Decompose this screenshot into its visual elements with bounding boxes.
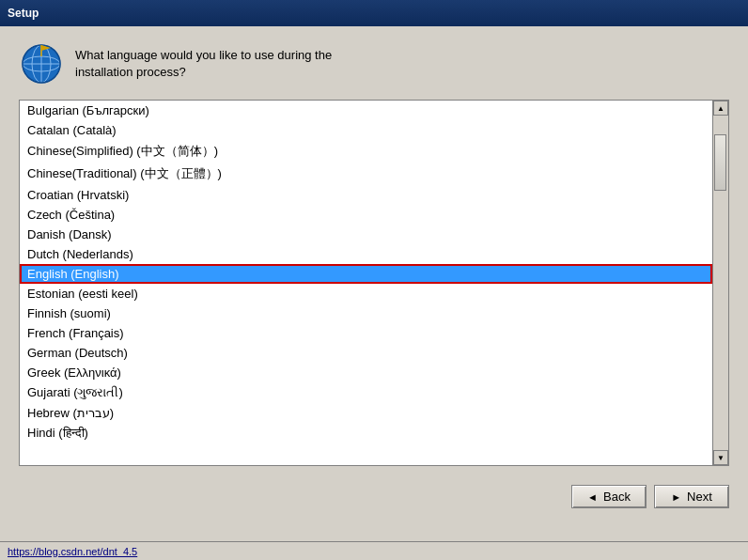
language-list[interactable]: Bulgarian (Български)Catalan (Català)Chi… bbox=[20, 101, 712, 465]
scrollbar: ▲ ▼ bbox=[712, 101, 728, 465]
language-item-french[interactable]: French (Français) bbox=[20, 323, 712, 343]
next-icon: ► bbox=[671, 491, 681, 503]
language-item-dutch[interactable]: Dutch (Nederlands) bbox=[20, 244, 712, 264]
language-item-greek[interactable]: Greek (Ελληνικά) bbox=[20, 363, 712, 382]
language-item-hindi[interactable]: Hindi (हिन्दी) bbox=[20, 423, 712, 443]
scroll-down-button[interactable]: ▼ bbox=[713, 450, 728, 465]
scroll-track[interactable] bbox=[713, 116, 728, 450]
language-item-catalan[interactable]: Catalan (Català) bbox=[20, 120, 712, 140]
footer-section: ◄ Back ► Next bbox=[19, 477, 729, 508]
globe-icon bbox=[19, 41, 64, 86]
language-item-finnish[interactable]: Finnish (suomi) bbox=[20, 303, 712, 323]
title-bar: Setup bbox=[0, 0, 748, 26]
status-bar: https://blog.csdn.net/dnt_4.5 bbox=[0, 541, 748, 560]
title-bar-text: Setup bbox=[8, 7, 39, 20]
language-item-estonian[interactable]: Estonian (eesti keel) bbox=[20, 284, 712, 303]
language-item-croatian[interactable]: Croatian (Hrvatski) bbox=[20, 185, 712, 205]
language-item-gujarati[interactable]: Gujarati (ગુજરાતી) bbox=[20, 382, 712, 403]
main-content: What language would you like to use duri… bbox=[0, 26, 748, 523]
language-item-english[interactable]: English (English) bbox=[20, 264, 712, 284]
language-item-danish[interactable]: Danish (Dansk) bbox=[20, 225, 712, 244]
language-item-german[interactable]: German (Deutsch) bbox=[20, 343, 712, 363]
next-label: Next bbox=[687, 490, 712, 504]
language-item-czech[interactable]: Czech (Čeština) bbox=[20, 205, 712, 225]
language-item-chinese-traditional[interactable]: Chinese(Traditional) (中文（正體）) bbox=[20, 163, 712, 185]
language-list-container: Bulgarian (Български)Catalan (Català)Chi… bbox=[19, 100, 729, 466]
back-label: Back bbox=[603, 490, 631, 504]
header-section: What language would you like to use duri… bbox=[19, 41, 729, 86]
status-url: https://blog.csdn.net/dnt_4.5 bbox=[8, 546, 137, 557]
scroll-thumb[interactable] bbox=[714, 134, 726, 191]
language-item-chinese-simplified[interactable]: Chinese(Simplified) (中文（简体）) bbox=[20, 140, 712, 163]
back-button[interactable]: ◄ Back bbox=[571, 485, 647, 508]
question-text: What language would you like to use duri… bbox=[75, 47, 332, 81]
back-icon: ◄ bbox=[587, 491, 598, 503]
language-item-bulgarian[interactable]: Bulgarian (Български) bbox=[20, 101, 712, 120]
scroll-up-button[interactable]: ▲ bbox=[713, 101, 728, 116]
next-button[interactable]: ► Next bbox=[654, 485, 729, 508]
language-item-hebrew[interactable]: Hebrew (עברית) bbox=[20, 403, 712, 423]
